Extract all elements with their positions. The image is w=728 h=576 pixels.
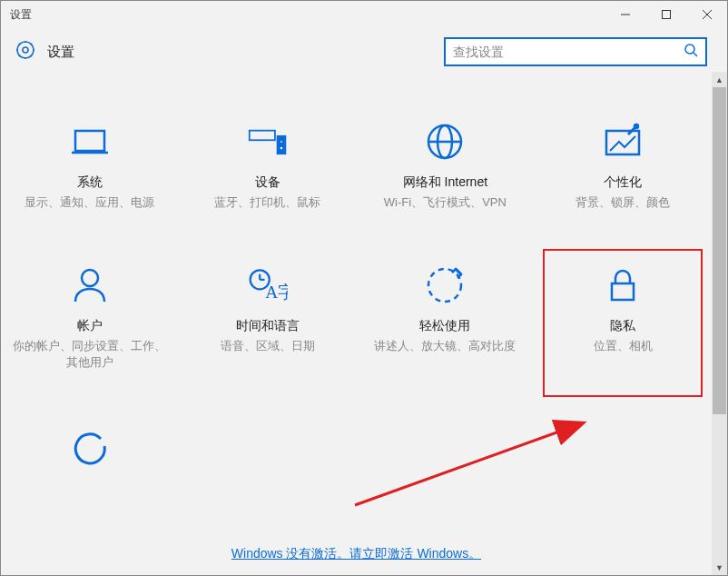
svg-rect-39: [612, 283, 634, 300]
maximize-button[interactable]: [645, 1, 686, 28]
search-icon: [684, 43, 698, 61]
lock-icon: [603, 265, 643, 305]
tile-subtitle: 讲述人、放大镜、高对比度: [374, 338, 516, 354]
svg-point-38: [428, 269, 461, 302]
svg-rect-31: [606, 131, 639, 154]
tile-subtitle: 蓝牙、打印机、鼠标: [214, 194, 320, 211]
scrollbar[interactable]: ▲ ▼: [712, 72, 727, 575]
svg-point-5: [17, 42, 34, 58]
ease-icon: [425, 265, 465, 305]
search-input[interactable]: [453, 45, 684, 59]
tile-accounts[interactable]: 帐户 你的帐户、同步设置、工作、其他用户: [1, 265, 179, 371]
content-area: 系统 显示、通知、应用、电源 设备 蓝牙、打印机、鼠标: [1, 72, 712, 575]
tile-title: 时间和语言: [236, 318, 300, 334]
tile-title: 网络和 Internet: [403, 174, 487, 191]
tile-subtitle: 语音、区域、日期: [221, 338, 315, 354]
svg-rect-1: [662, 11, 670, 19]
window-title: 设置: [10, 7, 605, 23]
person-icon: [70, 265, 110, 305]
tile-title: 轻松使用: [419, 318, 470, 334]
tile-subtitle: 你的帐户、同步设置、工作、其他用户: [10, 338, 170, 371]
window-controls: [605, 1, 727, 28]
svg-rect-25: [276, 135, 286, 154]
svg-point-4: [23, 47, 28, 53]
scroll-down-arrow[interactable]: ▼: [712, 560, 727, 575]
tile-title: 隐私: [610, 318, 635, 334]
tile-subtitle: 显示、通知、应用、电源: [25, 194, 154, 211]
activation-link[interactable]: Windows 没有激活。请立即激活 Windows。: [231, 546, 481, 561]
tile-update[interactable]: [1, 426, 179, 466]
time-language-icon: A字: [248, 265, 288, 305]
svg-point-32: [635, 124, 638, 128]
paint-icon: [603, 122, 643, 162]
update-icon: [70, 426, 110, 466]
minimize-button[interactable]: [605, 1, 645, 28]
svg-point-26: [280, 140, 283, 144]
settings-grid: 系统 显示、通知、应用、电源 设备 蓝牙、打印机、鼠标: [1, 72, 712, 466]
svg-point-6: [685, 45, 694, 54]
scrollbar-thumb[interactable]: [713, 87, 726, 414]
tile-system[interactable]: 系统 显示、通知、应用、电源: [1, 122, 179, 211]
tile-subtitle: 背景、锁屏、颜色: [576, 194, 670, 211]
tile-devices[interactable]: 设备 蓝牙、打印机、鼠标: [179, 122, 357, 211]
gear-icon: [15, 39, 36, 65]
tile-privacy[interactable]: 隐私 位置、相机: [534, 265, 712, 371]
search-box[interactable]: [444, 37, 707, 66]
tile-title: 帐户: [77, 318, 103, 334]
tile-title: 设备: [255, 174, 280, 191]
scroll-up-arrow[interactable]: ▲: [712, 72, 727, 87]
activation-banner: Windows 没有激活。请立即激活 Windows。: [1, 545, 712, 562]
tile-personalization[interactable]: 个性化 背景、锁屏、颜色: [534, 122, 712, 211]
titlebar: 设置: [1, 1, 727, 28]
svg-line-7: [694, 53, 697, 56]
svg-rect-8: [75, 131, 104, 151]
header: 设置: [1, 28, 727, 75]
tile-time-language[interactable]: A字 时间和语言 语音、区域、日期: [179, 265, 357, 371]
tile-network[interactable]: 网络和 Internet Wi-Fi、飞行模式、VPN: [357, 122, 535, 211]
page-title: 设置: [47, 44, 74, 61]
tile-title: 个性化: [604, 174, 642, 191]
close-button[interactable]: [686, 1, 727, 28]
svg-point-27: [279, 146, 282, 150]
svg-point-33: [82, 270, 98, 286]
globe-icon: [425, 122, 465, 162]
svg-rect-10: [249, 131, 274, 141]
svg-text:A字: A字: [265, 283, 288, 302]
tile-subtitle: Wi-Fi、飞行模式、VPN: [384, 194, 507, 211]
tile-subtitle: 位置、相机: [594, 338, 653, 354]
settings-window: 设置 设置: [0, 0, 728, 576]
tile-ease-of-access[interactable]: 轻松使用 讲述人、放大镜、高对比度: [357, 265, 535, 371]
tile-title: 系统: [77, 174, 103, 191]
devices-icon: [248, 122, 288, 162]
monitor-icon: [70, 122, 110, 162]
